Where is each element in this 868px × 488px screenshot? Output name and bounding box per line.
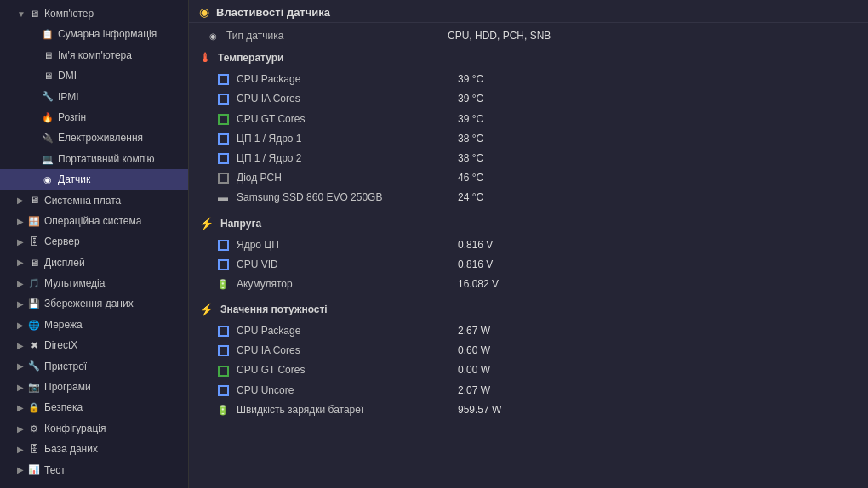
row-label: Samsung SSD 860 EVO 250GB xyxy=(237,190,458,206)
sidebar-item-computer[interactable]: ▼ 🖥 Комп'ютер xyxy=(0,3,188,24)
temperatures-rows: CPU Package 39 °C CPU IA Cores 39 °C CPU… xyxy=(189,70,868,207)
row-icon xyxy=(216,73,230,87)
expand-arrow: ▶ xyxy=(17,255,27,270)
item-icon-sensor: ◉ xyxy=(41,173,54,186)
row-label: Швидкість зарядки батареї xyxy=(237,402,458,418)
expand-arrow: ▶ xyxy=(17,380,27,394)
row-label: CPU Package xyxy=(237,71,458,88)
item-icon-computer: 🖥 xyxy=(27,7,41,20)
sensor-type-icon: ◉ xyxy=(206,30,220,43)
item-icon-power: 🔌 xyxy=(41,132,54,145)
sidebar-label-devices: Пристрої xyxy=(44,358,87,375)
item-icon-display: 🖥 xyxy=(27,256,41,270)
expand-arrow: ▶ xyxy=(17,338,27,353)
expand-arrow: ▶ xyxy=(17,193,27,207)
expand-placeholder xyxy=(31,89,41,104)
item-icon-os: 🪟 xyxy=(27,214,41,228)
sidebar-item-sensor[interactable]: ◉ Датчик xyxy=(0,169,188,190)
sidebar-item-network[interactable]: ▶ 🌐 Мережа xyxy=(0,315,188,335)
voltages-rows: Ядро ЦП 0.816 V CPU VID 0.816 V 🔋 Акумул… xyxy=(189,235,868,295)
item-icon-server: 🗄 xyxy=(27,235,41,248)
row-value: 0.60 W xyxy=(458,343,490,359)
item-icon-ipmi: 🔧 xyxy=(41,90,54,104)
power-icon: ⚡ xyxy=(199,303,214,316)
table-row: ▬ Samsung SSD 860 EVO 250GB 24 °C xyxy=(189,188,868,207)
row-icon: 🔋 xyxy=(216,403,230,417)
row-value: 2.07 W xyxy=(458,383,490,399)
sidebar-item-display[interactable]: ▶ 🖥 Дисплей xyxy=(0,253,188,273)
table-row: Ядро ЦП 0.816 V xyxy=(189,235,868,255)
sidebar-item-computer-name[interactable]: 🖥 Ім'я комп'ютера xyxy=(0,45,188,65)
row-label: ЦП 1 / Ядро 1 xyxy=(237,131,458,147)
expand-arrow: ▼ xyxy=(17,7,27,21)
sidebar-item-summary[interactable]: 📋 Сумарна інформація xyxy=(0,24,188,44)
row-icon xyxy=(216,238,230,252)
sidebar-label-overclock: Розгін xyxy=(58,109,86,126)
sidebar-item-database[interactable]: ▶ 🗄 База даних xyxy=(0,439,188,459)
sidebar-item-config[interactable]: ▶ ⚙ Конфігурація xyxy=(0,418,188,439)
expand-arrow: ▶ xyxy=(17,462,27,477)
row-value: 46 °C xyxy=(458,170,483,186)
row-value: 2.67 W xyxy=(458,323,490,339)
sidebar-item-directx[interactable]: ▶ ✖ DirectX xyxy=(0,335,188,355)
table-row: CPU GT Cores 39 °C xyxy=(189,110,868,129)
row-value: 38 °C xyxy=(458,131,483,147)
row-label: CPU GT Cores xyxy=(237,111,458,128)
table-row: 🔋 Швидкість зарядки батареї 959.57 W xyxy=(189,400,868,420)
row-icon xyxy=(216,258,230,271)
sidebar-label-security: Безпека xyxy=(44,399,83,416)
row-icon: ▬ xyxy=(216,191,230,205)
row-icon xyxy=(216,344,230,358)
sidebar-label-storage: Збереження даних xyxy=(44,295,134,312)
item-icon-network: 🌐 xyxy=(27,318,41,332)
row-value: 39 °C xyxy=(458,91,483,107)
sidebar-item-os[interactable]: ▶ 🪟 Операційна система xyxy=(0,211,188,231)
sidebar-label-dmi: DMI xyxy=(58,67,77,84)
expand-arrow: ▶ xyxy=(17,422,27,436)
expand-placeholder xyxy=(31,27,41,42)
sidebar: ▼ 🖥 Комп'ютер 📋 Сумарна інформація 🖥 Ім'… xyxy=(0,0,189,488)
item-icon-programs: 📷 xyxy=(27,380,41,394)
row-value: 16.082 V xyxy=(458,276,499,292)
sidebar-item-security[interactable]: ▶ 🔒 Безпека xyxy=(0,397,188,417)
sidebar-item-ipmi[interactable]: 🔧 IPMI xyxy=(0,87,188,107)
row-icon xyxy=(216,132,230,145)
sidebar-item-motherboard[interactable]: ▶ 🖥 Системна плата xyxy=(0,190,188,211)
expand-arrow: ▶ xyxy=(17,276,27,291)
expand-placeholder xyxy=(31,151,41,166)
sidebar-item-dmi[interactable]: 🖥 DMI xyxy=(0,65,188,86)
row-value: 0.816 V xyxy=(458,237,493,253)
sidebar-label-os: Операційна система xyxy=(44,213,141,230)
sensor-properties-header: Властивості датчика xyxy=(216,6,330,19)
row-label: CPU IA Cores xyxy=(237,343,458,359)
sidebar-item-multimedia[interactable]: ▶ 🎵 Мультимедіа xyxy=(0,273,188,293)
sidebar-label-motherboard: Системна плата xyxy=(44,192,121,209)
table-row: ЦП 1 / Ядро 1 38 °C xyxy=(189,129,868,149)
sidebar-label-power: Електроживлення xyxy=(58,129,143,146)
sensor-icon: ◉ xyxy=(199,5,209,19)
sidebar-item-test[interactable]: ▶ 📊 Тест xyxy=(0,460,188,480)
power-header: ⚡ Значення потужності xyxy=(189,298,868,321)
sensor-type-label: Тип датчика xyxy=(226,28,448,44)
expand-placeholder xyxy=(31,173,41,187)
sidebar-item-server[interactable]: ▶ 🗄 Сервер xyxy=(0,231,188,252)
row-value: 39 °C xyxy=(458,71,483,88)
sidebar-item-devices[interactable]: ▶ 🔧 Пристрої xyxy=(0,356,188,377)
sidebar-label-ipmi: IPMI xyxy=(58,88,79,105)
row-value: 38 °C xyxy=(458,150,483,167)
sensor-type-row: ◉ Тип датчика CPU, HDD, PCH, SNB xyxy=(189,26,868,46)
sidebar-label-multimedia: Мультимедіа xyxy=(44,275,105,292)
voltage-icon: ⚡ xyxy=(199,217,214,230)
sidebar-item-overclock[interactable]: 🔥 Розгін xyxy=(0,107,188,128)
expand-arrow: ▶ xyxy=(17,400,27,415)
sidebar-item-programs[interactable]: ▶ 📷 Програми xyxy=(0,377,188,397)
sidebar-item-power[interactable]: 🔌 Електроживлення xyxy=(0,128,188,148)
sidebar-item-storage[interactable]: ▶ 💾 Збереження даних xyxy=(0,293,188,314)
sidebar-label-computer-name: Ім'я комп'ютера xyxy=(58,47,132,64)
sidebar-item-portable[interactable]: 💻 Портативний комп'ю xyxy=(0,149,188,169)
item-icon-storage: 💾 xyxy=(27,298,41,311)
table-row: CPU VID 0.816 V xyxy=(189,255,868,275)
row-value: 959.57 W xyxy=(458,402,501,418)
table-row: CPU IA Cores 0.60 W xyxy=(189,341,868,360)
table-row: CPU Package 39 °C xyxy=(189,70,868,89)
